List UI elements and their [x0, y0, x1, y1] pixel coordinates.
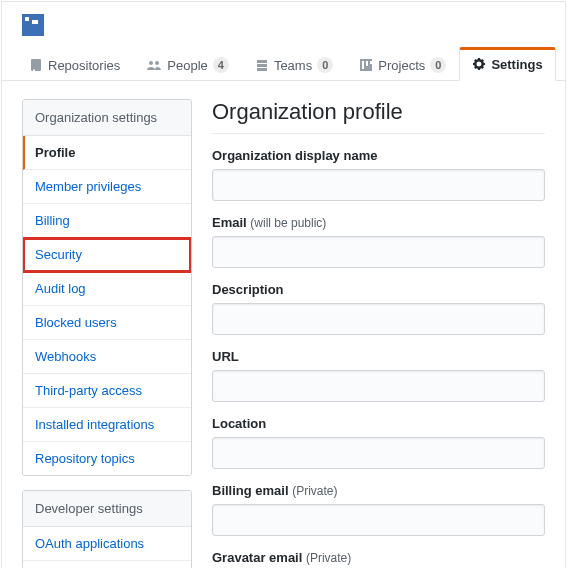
- sidebar-item-installed-integrations[interactable]: Installed integrations: [23, 408, 191, 442]
- tab-label: Projects: [378, 58, 425, 73]
- field-label: Gravatar email (Private): [212, 550, 545, 565]
- page-title: Organization profile: [212, 99, 545, 134]
- sidebar-item-third-party-access[interactable]: Third-party access: [23, 374, 191, 408]
- people-count: 4: [213, 57, 229, 73]
- field-description: Description: [212, 282, 545, 335]
- field-label: Organization display name: [212, 148, 545, 163]
- tab-label: Repositories: [48, 58, 120, 73]
- field-label: Location: [212, 416, 545, 431]
- gear-icon: [472, 57, 486, 71]
- description-input[interactable]: [212, 303, 545, 335]
- sidebar-item-audit-log[interactable]: Audit log: [23, 272, 191, 306]
- display-name-input[interactable]: [212, 169, 545, 201]
- tab-people[interactable]: People 4: [133, 46, 242, 81]
- tab-label: Settings: [491, 57, 542, 72]
- projects-icon: [359, 58, 373, 72]
- location-input[interactable]: [212, 437, 545, 469]
- repo-icon: [29, 58, 43, 72]
- sidebar-item-member-privileges[interactable]: Member privileges: [23, 170, 191, 204]
- tab-projects[interactable]: Projects 0: [346, 46, 459, 81]
- tab-repositories[interactable]: Repositories: [16, 47, 133, 81]
- field-url: URL: [212, 349, 545, 402]
- people-icon: [146, 58, 162, 72]
- tab-teams[interactable]: Teams 0: [242, 46, 346, 81]
- sidebar-item-integrations[interactable]: Integrations: [23, 561, 191, 568]
- org-avatar: [22, 14, 44, 36]
- field-label: Description: [212, 282, 545, 297]
- org-settings-menu: Organization settings Profile Member pri…: [22, 99, 192, 476]
- field-billing-email: Billing email (Private): [212, 483, 545, 536]
- teams-count: 0: [317, 57, 333, 73]
- header: [2, 2, 565, 45]
- url-input[interactable]: [212, 370, 545, 402]
- sidebar-item-repository-topics[interactable]: Repository topics: [23, 442, 191, 475]
- sidebar-item-oauth-applications[interactable]: OAuth applications: [23, 527, 191, 561]
- tab-label: People: [167, 58, 207, 73]
- field-label: Email (will be public): [212, 215, 545, 230]
- projects-count: 0: [430, 57, 446, 73]
- field-email: Email (will be public): [212, 215, 545, 268]
- menu-header: Developer settings: [23, 491, 191, 527]
- email-input[interactable]: [212, 236, 545, 268]
- menu-header: Organization settings: [23, 100, 191, 136]
- sidebar: Organization settings Profile Member pri…: [22, 99, 192, 568]
- sidebar-item-billing[interactable]: Billing: [23, 204, 191, 238]
- sidebar-item-webhooks[interactable]: Webhooks: [23, 340, 191, 374]
- app-frame: Repositories People 4 Teams 0 Projects 0: [1, 1, 566, 568]
- field-label: URL: [212, 349, 545, 364]
- content-body: Organization settings Profile Member pri…: [2, 81, 565, 568]
- repo-nav: Repositories People 4 Teams 0 Projects 0: [2, 45, 565, 81]
- field-label: Billing email (Private): [212, 483, 545, 498]
- teams-icon: [255, 58, 269, 72]
- sidebar-item-blocked-users[interactable]: Blocked users: [23, 306, 191, 340]
- sidebar-item-security[interactable]: Security: [23, 238, 191, 272]
- field-gravatar-email: Gravatar email (Private): [212, 550, 545, 568]
- tab-settings[interactable]: Settings: [459, 47, 555, 81]
- field-display-name: Organization display name: [212, 148, 545, 201]
- tab-label: Teams: [274, 58, 312, 73]
- developer-settings-menu: Developer settings OAuth applications In…: [22, 490, 192, 568]
- field-location: Location: [212, 416, 545, 469]
- main-panel: Organization profile Organization displa…: [212, 99, 545, 568]
- billing-email-input[interactable]: [212, 504, 545, 536]
- sidebar-item-profile[interactable]: Profile: [23, 136, 191, 170]
